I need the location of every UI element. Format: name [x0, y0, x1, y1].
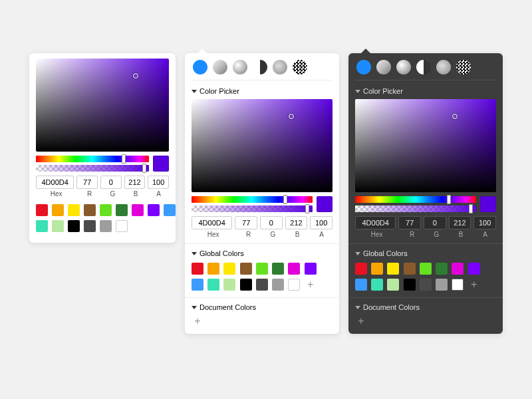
a-input[interactable]	[473, 216, 496, 229]
color-swatch[interactable]	[148, 204, 160, 216]
color-swatch[interactable]	[100, 220, 112, 232]
sb-cursor[interactable]	[452, 114, 458, 119]
color-swatch[interactable]	[436, 263, 448, 275]
r-input[interactable]	[398, 216, 421, 229]
a-input[interactable]	[310, 216, 332, 229]
fill-tab-linear-gradient[interactable]	[376, 60, 391, 74]
color-swatch[interactable]	[68, 204, 80, 216]
color-swatch[interactable]	[387, 263, 399, 275]
color-swatch[interactable]	[116, 204, 128, 216]
section-document-colors[interactable]: Document Colors	[192, 301, 332, 315]
color-swatch[interactable]	[52, 204, 64, 216]
fill-tab-image[interactable]	[436, 60, 451, 74]
sb-cursor[interactable]	[289, 114, 294, 119]
color-swatch[interactable]	[272, 263, 284, 275]
color-swatch[interactable]	[436, 279, 448, 291]
color-swatch[interactable]	[355, 263, 367, 275]
add-swatch-button[interactable]: +	[192, 315, 203, 327]
r-input[interactable]	[235, 216, 257, 229]
color-swatch[interactable]	[84, 204, 96, 216]
fill-tab-solid[interactable]	[356, 60, 371, 74]
color-swatch[interactable]	[207, 263, 219, 275]
section-document-colors[interactable]: Document Colors	[355, 301, 496, 315]
hue-thumb[interactable]	[447, 195, 451, 204]
color-swatch[interactable]	[387, 279, 399, 291]
color-swatch[interactable]	[420, 279, 432, 291]
color-swatch[interactable]	[240, 263, 252, 275]
color-swatch[interactable]	[52, 220, 64, 232]
g-input[interactable]	[100, 176, 122, 189]
section-color-picker[interactable]: Color Picker	[192, 84, 332, 99]
section-global-colors[interactable]: Global Colors	[355, 247, 496, 261]
color-swatch[interactable]	[288, 263, 300, 275]
section-global-colors[interactable]: Global Colors	[192, 247, 332, 261]
hue-slider[interactable]	[355, 196, 476, 203]
color-swatch[interactable]	[132, 204, 144, 216]
color-swatch[interactable]	[36, 204, 48, 216]
hue-slider[interactable]	[36, 156, 149, 162]
b-input[interactable]	[124, 176, 146, 189]
color-swatch[interactable]	[305, 263, 317, 275]
color-swatch[interactable]	[207, 279, 219, 291]
color-swatch[interactable]	[468, 263, 480, 275]
hex-input[interactable]	[36, 176, 74, 189]
alpha-thumb[interactable]	[142, 164, 146, 173]
color-swatch[interactable]	[100, 204, 112, 216]
fill-tab-radial-gradient[interactable]	[233, 60, 247, 74]
fill-tab-solid[interactable]	[193, 60, 207, 74]
g-input[interactable]	[260, 216, 283, 229]
b-input[interactable]	[285, 216, 308, 229]
saturation-brightness-field[interactable]	[355, 99, 496, 192]
color-swatch[interactable]	[256, 279, 268, 291]
color-swatch[interactable]	[84, 220, 96, 232]
fill-tab-noise[interactable]	[293, 60, 307, 74]
fill-tab-image[interactable]	[273, 60, 287, 74]
hue-thumb[interactable]	[122, 154, 126, 164]
color-swatch[interactable]	[404, 279, 416, 291]
color-swatch[interactable]	[452, 279, 464, 291]
alpha-thumb[interactable]	[305, 204, 309, 213]
color-swatch[interactable]	[116, 220, 128, 232]
add-swatch-button[interactable]: +	[468, 279, 480, 291]
g-input[interactable]	[424, 216, 446, 229]
fill-tab-noise[interactable]	[456, 60, 471, 74]
saturation-brightness-field[interactable]	[36, 59, 169, 152]
color-swatch[interactable]	[404, 263, 416, 275]
color-swatch[interactable]	[192, 263, 203, 275]
hue-thumb[interactable]	[283, 195, 287, 204]
hex-input[interactable]	[192, 216, 232, 229]
color-swatch[interactable]	[256, 263, 268, 275]
add-swatch-button[interactable]: +	[305, 279, 317, 291]
color-swatch[interactable]	[452, 263, 464, 275]
hue-slider[interactable]	[192, 196, 313, 203]
color-swatch[interactable]	[164, 204, 176, 216]
fill-tab-angular-gradient[interactable]	[253, 60, 267, 74]
color-swatch[interactable]	[420, 263, 432, 275]
a-input[interactable]	[148, 176, 169, 189]
color-swatch[interactable]	[371, 263, 383, 275]
b-input[interactable]	[449, 216, 471, 229]
color-swatch[interactable]	[223, 263, 235, 275]
hex-input[interactable]	[355, 216, 396, 229]
alpha-slider[interactable]	[355, 205, 476, 212]
color-swatch[interactable]	[272, 279, 284, 291]
section-color-picker[interactable]: Color Picker	[355, 84, 496, 99]
add-swatch-button[interactable]: +	[355, 315, 367, 327]
color-swatch[interactable]	[68, 220, 80, 232]
fill-tab-linear-gradient[interactable]	[213, 60, 227, 74]
sb-cursor[interactable]	[133, 73, 138, 78]
alpha-slider[interactable]	[36, 165, 149, 172]
color-swatch[interactable]	[36, 220, 48, 232]
alpha-thumb[interactable]	[469, 204, 473, 213]
color-swatch[interactable]	[355, 279, 367, 291]
color-swatch[interactable]	[192, 279, 203, 291]
saturation-brightness-field[interactable]	[192, 99, 332, 192]
color-swatch[interactable]	[288, 279, 300, 291]
color-swatch[interactable]	[371, 279, 383, 291]
alpha-slider[interactable]	[192, 205, 313, 212]
r-input[interactable]	[76, 176, 98, 189]
fill-tab-angular-gradient[interactable]	[416, 60, 431, 74]
color-swatch[interactable]	[223, 279, 235, 291]
color-swatch[interactable]	[240, 279, 252, 291]
fill-tab-radial-gradient[interactable]	[396, 60, 411, 74]
